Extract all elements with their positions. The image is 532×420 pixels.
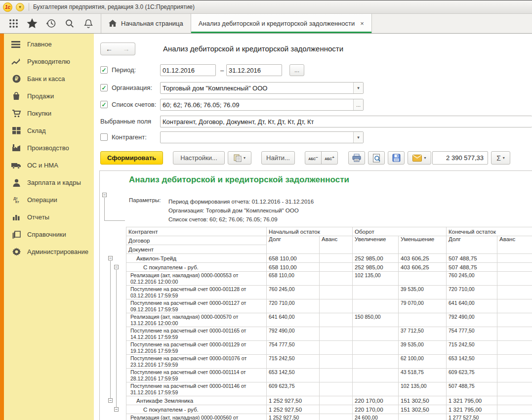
row-amount: 760 245,00 [447,272,497,286]
row-amount: 24 600,00 [353,414,399,420]
sidebar-item-label: Главное [27,41,52,48]
chevron-down-icon[interactable]: ▾ [353,83,363,93]
col-header-document[interactable]: Документ [126,245,267,254]
table-row[interactable]: Реализация (акт, накладная) 0000-000560 … [126,414,532,420]
organization-input[interactable] [161,83,353,93]
print-button[interactable] [348,151,365,165]
sidebar-item-6[interactable]: Склад [4,122,94,139]
history-icon[interactable] [41,14,60,33]
sidebar-item-9[interactable]: Зарплата и кадры [4,174,94,191]
table-row[interactable]: Поступление на расчетный счет 0000-00107… [126,355,532,369]
table-row[interactable]: Поступление на расчетный счет 0000-00114… [126,382,532,396]
period-label: Период: [112,64,136,76]
period-checkbox[interactable]: ✓ [100,66,108,74]
sidebar-item-1[interactable]: Главное [4,36,94,53]
col-header-advance-close[interactable]: Аванс [497,236,532,254]
table-row[interactable]: Поступление на расчетный счет 0000-00112… [126,341,532,355]
col-header-decrease[interactable]: Уменьшение [399,236,447,254]
col-header-debt-close[interactable]: Долг [447,236,497,254]
table-row[interactable]: Антикафе Земляника1 252 927,50220 170,00… [126,396,532,405]
col-header-advance-open[interactable]: Аванс [320,236,353,254]
sidebar-item-5[interactable]: Покупки [4,105,94,122]
row-amount: 754 777,50 [267,341,320,355]
table-row[interactable]: Реализация (акт, накладная) 0000-000553 … [126,272,532,286]
report-params-label: Параметры: [129,197,161,203]
save-button[interactable] [388,151,405,165]
counterparty-input[interactable] [161,132,353,143]
counterparty-checkbox[interactable] [100,133,108,141]
sidebar-item-4[interactable]: Продажи [4,87,94,105]
accounts-more-icon[interactable]: ... [353,99,363,110]
sidebar-item-12[interactable]: Справочники [4,226,94,243]
collapse-toggle[interactable]: − [108,398,113,403]
collapse-toggle[interactable]: − [102,193,107,197]
period-from-input[interactable] [161,65,216,76]
col-header-closing-balance[interactable]: Конечный остаток [447,227,532,236]
report-title: Анализ дебиторской и кредиторской задолж… [129,175,349,185]
row-amount: 658 110,00 [267,263,320,272]
apps-grid-icon[interactable] [4,14,23,33]
nav-forward-button[interactable]: → [118,42,135,55]
table-row[interactable]: Поступление на расчетный счет 0000-00112… [126,286,532,299]
sum-dropdown-button[interactable]: Σ ▾ [491,151,510,165]
decrease-scale-button[interactable]: АБС− [305,151,322,165]
col-header-counterparty[interactable]: Контрагент [126,227,267,236]
mail-dropdown-button[interactable]: ▾ [408,151,431,165]
sidebar-item-7[interactable]: Производство [4,139,94,157]
settings-button[interactable]: Настройки... [173,151,225,165]
collapse-toggle[interactable]: − [114,407,119,412]
row-amount: 1 252 927,50 [267,405,320,414]
period-dash: – [220,67,224,74]
table-row[interactable]: С покупателем - руб.658 110,00252 985,00… [126,263,532,272]
col-header-debt-open[interactable]: Долг [267,236,320,254]
sidebar-item-3[interactable]: ₽Банк и касса [4,70,94,87]
table-row[interactable]: С покупателем - руб.1 252 927,50220 170,… [126,405,532,414]
tab-home-label: Начальная страница [121,20,183,27]
table-row[interactable]: Поступление на расчетный счет 0000-00112… [126,299,532,313]
find-button[interactable]: Найти... [261,151,295,165]
row-amount: 653 142,50 [447,355,497,369]
tab-close-icon[interactable]: × [360,20,364,27]
period-more-button[interactable]: ... [289,64,304,76]
selected-fields-input[interactable] [161,116,532,127]
col-header-increase[interactable]: Увеличение [353,236,399,254]
sidebar-item-2[interactable]: Руководителю [4,53,94,70]
row-name: Поступление на расчетный счет 0000-00116… [126,327,267,341]
sidebar-item-10[interactable]: Дт КтОперации [4,191,94,209]
report-param-line: Период формирования отчета: 01.12.2016 -… [168,197,314,206]
collapse-toggle[interactable]: − [114,265,119,269]
row-amount [497,299,532,313]
search-icon[interactable] [60,14,79,33]
sidebar-item-11[interactable]: Отчеты [4,209,94,226]
col-header-turnover[interactable]: Оборот [353,227,447,236]
chevron-down-icon[interactable]: ▾ [353,132,363,143]
tab-report-active[interactable]: Анализ дебиторской и кредиторской задолж… [191,14,372,33]
table-row[interactable]: Реализация (акт, накладная) 0000-000570 … [126,313,532,327]
row-amount: 658 110,00 [267,254,320,263]
period-to-input[interactable] [227,65,282,76]
row-amount: 1 277 527,50 [447,414,497,420]
organization-checkbox[interactable]: ✓ [100,84,108,91]
generate-button[interactable]: Сформировать [100,151,163,165]
col-header-contract[interactable]: Договор [126,236,267,245]
row-amount: 39 535,00 [399,286,447,299]
table-row[interactable]: Поступление на расчетный счет 0000-00116… [126,327,532,341]
main-menu-dropdown-icon[interactable]: ▼ [16,3,24,11]
accounts-checkbox[interactable]: ✓ [100,101,108,108]
tab-home[interactable]: Начальная страница [101,14,191,33]
sidebar-item-13[interactable]: Администрирование [4,243,94,260]
sidebar-nav: ГлавноеРуководителю₽Банк и кассаПродажиП… [4,34,94,420]
increase-scale-button[interactable]: АБС+ [321,151,338,165]
table-row[interactable]: Аквилон-Трейд658 110,00252 985,00403 606… [126,254,532,263]
notifications-bell-icon[interactable] [79,14,98,33]
preview-button[interactable] [368,151,385,165]
sidebar-item-8[interactable]: ОС и НМА [4,157,94,174]
favorites-star-icon[interactable] [23,14,41,33]
table-row[interactable]: Поступление на расчетный счет 0000-00111… [126,369,532,382]
accounts-input[interactable] [161,99,353,110]
copy-dropdown-button[interactable]: ▾ [228,151,251,165]
nav-back-button[interactable]: ← [100,42,118,55]
col-header-opening-balance[interactable]: Начальный остаток [267,227,353,236]
report-table: Контрагент Начальный остаток Оборот Коне… [126,227,532,420]
collapse-toggle[interactable]: − [108,256,113,260]
